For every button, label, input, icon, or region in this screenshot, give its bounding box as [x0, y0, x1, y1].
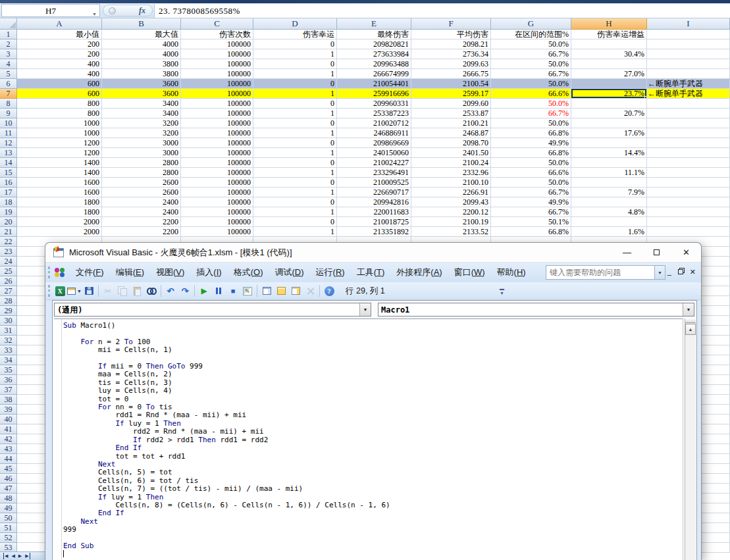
- cell-I1[interactable]: [647, 30, 730, 39]
- mdi-restore-button[interactable]: [678, 267, 683, 276]
- cell-C16[interactable]: 100000: [181, 178, 253, 188]
- cell-F3[interactable]: 2736.34: [411, 49, 491, 59]
- cell-B9[interactable]: 3400: [102, 109, 181, 118]
- select-all-corner[interactable]: [0, 18, 17, 30]
- cell-I21[interactable]: [647, 227, 730, 237]
- redo-icon[interactable]: ↷: [178, 284, 192, 298]
- row-header-52[interactable]: 52: [0, 533, 17, 543]
- cell-B7[interactable]: 3600: [102, 89, 181, 99]
- cell-G18[interactable]: 49.9%: [491, 197, 571, 207]
- row-header-38[interactable]: 38: [0, 395, 17, 405]
- row-header-8[interactable]: 8: [0, 99, 17, 109]
- cell-B15[interactable]: 2800: [102, 168, 181, 178]
- column-header-E[interactable]: E: [337, 18, 411, 30]
- menu-item-f[interactable]: 文件(F): [70, 265, 110, 280]
- row-header-10[interactable]: 10: [0, 118, 17, 128]
- cell-I15[interactable]: [647, 168, 730, 178]
- row-header-24[interactable]: 24: [0, 257, 17, 267]
- mdi-minimize-button[interactable]: _: [667, 267, 671, 276]
- column-header-F[interactable]: F: [411, 18, 491, 30]
- cell-C14[interactable]: 100000: [181, 158, 253, 168]
- cell-C20[interactable]: 100000: [181, 217, 253, 227]
- cell-I16[interactable]: [647, 178, 730, 188]
- cell-H12[interactable]: [571, 138, 647, 148]
- row-header-25[interactable]: 25: [0, 267, 17, 276]
- row-header-43[interactable]: 43: [0, 444, 17, 454]
- row-header-23[interactable]: 23: [0, 247, 17, 257]
- column-header-G[interactable]: G: [491, 18, 571, 30]
- cell-A11[interactable]: 1000: [17, 128, 102, 138]
- cell-G6[interactable]: 50.0%: [491, 79, 571, 89]
- cell-H4[interactable]: [571, 59, 647, 69]
- row-header-1[interactable]: 1: [0, 30, 17, 39]
- cell-F9[interactable]: 2533.87: [411, 109, 491, 118]
- cell-I14[interactable]: [647, 158, 730, 168]
- cell-G1[interactable]: 在区间的范围%: [491, 30, 571, 39]
- cell-A2[interactable]: 200: [17, 39, 102, 49]
- cell-B6[interactable]: 3600: [102, 79, 181, 89]
- row-header-30[interactable]: 30: [0, 316, 17, 326]
- cell-E18[interactable]: 209942816: [337, 197, 411, 207]
- cell-D3[interactable]: 1: [253, 49, 337, 59]
- help-search-dropdown-icon[interactable]: ▼: [654, 265, 665, 280]
- row-header-41[interactable]: 41: [0, 424, 17, 434]
- row-header-11[interactable]: 11: [0, 128, 17, 138]
- row-header-34[interactable]: 34: [0, 355, 17, 365]
- row-header-50[interactable]: 50: [0, 513, 17, 523]
- cell-H11[interactable]: 17.6%: [571, 128, 647, 138]
- cell-A6[interactable]: 600: [17, 79, 102, 89]
- cell-H18[interactable]: [571, 197, 647, 207]
- excel-icon[interactable]: X: [53, 284, 67, 298]
- row-header-18[interactable]: 18: [0, 197, 17, 207]
- menu-item-a[interactable]: 外接程序(A): [390, 265, 448, 280]
- vba-title-bar[interactable]: Microsoft Visual Basic - 火魔灵6帧合1.xlsm - …: [45, 243, 701, 263]
- next-sheet-button[interactable]: ▶: [18, 553, 22, 559]
- cell-G13[interactable]: 66.8%: [491, 148, 571, 158]
- cell-I20[interactable]: [647, 217, 730, 227]
- menu-item-w[interactable]: 窗口(W): [448, 265, 491, 280]
- cell-E12[interactable]: 209869669: [337, 138, 411, 148]
- cell-G11[interactable]: 66.8%: [491, 128, 571, 138]
- cell-A3[interactable]: 200: [17, 49, 102, 59]
- cell-H21[interactable]: 1.6%: [571, 227, 647, 237]
- row-header-31[interactable]: 31: [0, 326, 17, 336]
- undo-icon[interactable]: ↶: [163, 284, 178, 298]
- cell-C15[interactable]: 100000: [181, 168, 253, 178]
- cell-C9[interactable]: 100000: [181, 109, 253, 118]
- insert-function-control[interactable]: fx: [103, 5, 153, 16]
- cell-B5[interactable]: 3800: [102, 69, 181, 79]
- break-icon[interactable]: [211, 284, 226, 298]
- cell-H7[interactable]: 23.7%: [571, 89, 647, 99]
- row-header-7[interactable]: 7: [0, 89, 17, 99]
- cell-E13[interactable]: 240150060: [337, 148, 411, 158]
- cell-I5[interactable]: [647, 69, 730, 79]
- cell-D15[interactable]: 1: [253, 168, 337, 178]
- cell-D20[interactable]: 0: [253, 217, 337, 227]
- cell-I17[interactable]: [647, 188, 730, 197]
- cell-H6[interactable]: [571, 79, 647, 89]
- cell-I7[interactable]: ←断腕单手武器: [647, 89, 730, 99]
- project-explorer-icon[interactable]: [259, 284, 274, 298]
- cell-F16[interactable]: 2100.10: [411, 178, 491, 188]
- cell-I18[interactable]: [647, 197, 730, 207]
- cell-I6[interactable]: ←断腕单手武器: [647, 79, 730, 89]
- row-header-51[interactable]: 51: [0, 523, 17, 533]
- cell-F4[interactable]: 2099.63: [411, 59, 491, 69]
- cell-F6[interactable]: 2100.54: [411, 79, 491, 89]
- cell-F19[interactable]: 2200.12: [411, 207, 491, 217]
- cell-A12[interactable]: 1200: [17, 138, 102, 148]
- cell-B11[interactable]: 3200: [102, 128, 181, 138]
- cell-F8[interactable]: 2099.60: [411, 99, 491, 109]
- cell-C8[interactable]: 100000: [181, 99, 253, 109]
- menu-grip-handle[interactable]: [48, 267, 50, 278]
- cell-D12[interactable]: 0: [253, 138, 337, 148]
- cell-B14[interactable]: 2800: [102, 158, 181, 168]
- cell-I3[interactable]: [647, 49, 730, 59]
- row-header-19[interactable]: 19: [0, 207, 17, 217]
- cell-C6[interactable]: 100000: [181, 79, 253, 89]
- cell-D17[interactable]: 1: [253, 188, 337, 197]
- row-header-32[interactable]: 32: [0, 336, 17, 345]
- save-icon[interactable]: [82, 284, 96, 298]
- cell-G17[interactable]: 66.7%: [491, 188, 571, 197]
- cell-G21[interactable]: 66.8%: [491, 227, 571, 237]
